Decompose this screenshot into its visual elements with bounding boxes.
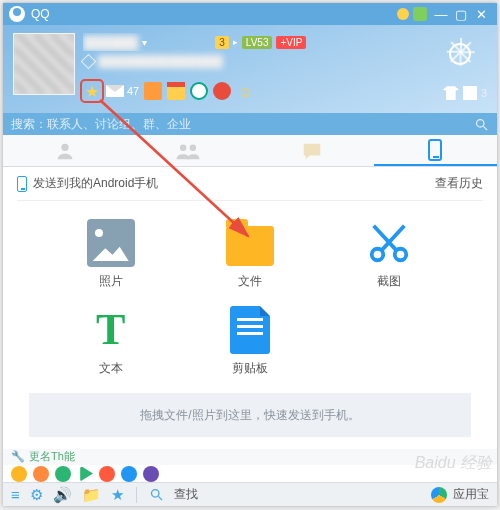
maximize-button[interactable]: ▢: [451, 4, 471, 24]
send-item-clipboard[interactable]: 剪贴板: [180, 306, 319, 377]
menu-icon[interactable]: ≡: [11, 486, 20, 503]
game-face-icon[interactable]: [213, 82, 231, 100]
content-area: 发送到我的Android手机 查看历史 照片 文件 截图 T 文本: [3, 167, 497, 449]
phone-icon: [17, 176, 27, 192]
tab-sessions[interactable]: [250, 135, 374, 166]
svg-line-1: [483, 126, 487, 130]
badge-number: 3: [215, 36, 229, 49]
title-bar: QQ — ▢ ✕: [3, 3, 497, 25]
tab-device[interactable]: [374, 135, 498, 166]
qq-logo-icon: [9, 6, 25, 22]
drop-zone[interactable]: 拖拽文件/照片到这里，快速发送到手机。: [29, 393, 471, 437]
history-link[interactable]: 查看历史: [435, 175, 483, 192]
tshirt-count: 3: [481, 87, 487, 99]
tshirt-icon[interactable]: [443, 86, 459, 100]
bottom-bar: ≡ ⚙ 🔊 📁 ★ 查找 应用宝: [3, 482, 497, 506]
search-bar[interactable]: 搜索：联系人、讨论组、群、企业: [3, 113, 497, 135]
skin-icon[interactable]: [413, 7, 427, 21]
tray-icon-6[interactable]: [121, 466, 137, 482]
find-label[interactable]: 查找: [174, 486, 198, 503]
photo-icon: [87, 219, 135, 267]
mail-icon[interactable]: [106, 82, 124, 100]
send-item-screenshot[interactable]: 截图: [320, 219, 459, 290]
folder-icon: [226, 226, 274, 266]
clipboard-icon: [230, 306, 270, 354]
scissors-icon: [365, 219, 413, 267]
svg-point-3: [180, 144, 187, 151]
tab-groups[interactable]: [127, 135, 251, 166]
svg-point-2: [61, 143, 68, 150]
gear-icon[interactable]: ⚙: [30, 486, 43, 504]
svg-point-9: [151, 490, 159, 498]
appstore-icon[interactable]: [431, 487, 447, 503]
device-label: 发送到我的Android手机: [33, 175, 158, 192]
star-small-icon[interactable]: ★: [111, 486, 124, 504]
chevron-down-icon[interactable]: ▾: [142, 37, 147, 48]
browser-icon[interactable]: [190, 82, 208, 100]
weather-sun-icon[interactable]: [441, 35, 479, 73]
minimize-button[interactable]: —: [431, 4, 451, 24]
svg-point-0: [477, 119, 485, 127]
tray-icon-1[interactable]: [11, 466, 27, 482]
vip-badge: +VIP: [276, 36, 306, 49]
mail-count: 47: [127, 85, 139, 97]
app-title: QQ: [31, 7, 50, 21]
tray-play-icon[interactable]: [77, 466, 93, 482]
send-item-photo[interactable]: 照片: [41, 219, 180, 290]
tray-icon-3[interactable]: [55, 466, 71, 482]
nickname[interactable]: ██████: [83, 35, 138, 50]
profile-header: ██████ ▾ 3 ▸ LV53 +VIP ████████████████ …: [3, 25, 497, 113]
member-icon[interactable]: ☺: [236, 82, 254, 100]
main-tabs: [3, 135, 497, 167]
profile-toolbar: ★ 47 ☺: [83, 82, 254, 100]
find-icon[interactable]: [149, 487, 164, 502]
send-item-text[interactable]: T 文本: [41, 306, 180, 377]
tray-icon-7[interactable]: [143, 466, 159, 482]
text-t-icon: T: [87, 306, 135, 354]
search-icon[interactable]: [474, 117, 489, 132]
svg-point-4: [190, 144, 197, 151]
level-badge: LV53: [242, 36, 273, 49]
medal-icon[interactable]: [397, 8, 409, 20]
avatar[interactable]: [13, 33, 75, 95]
folder-small-icon[interactable]: 📁: [82, 486, 101, 504]
calendar-icon[interactable]: [167, 82, 185, 100]
tray-icon-5[interactable]: [99, 466, 115, 482]
app-box-icon[interactable]: [463, 86, 477, 100]
wrench-icon: 🔧: [11, 450, 25, 463]
sound-icon[interactable]: 🔊: [53, 486, 72, 504]
search-text: 搜索：联系人、讨论组、群、企业: [11, 116, 191, 133]
tray-icon-2[interactable]: [33, 466, 49, 482]
tab-contacts[interactable]: [3, 135, 127, 166]
signature[interactable]: ████████████████: [98, 55, 223, 67]
appstore-label[interactable]: 应用宝: [453, 486, 489, 503]
svg-line-10: [158, 496, 162, 500]
qzone-star-icon[interactable]: ★: [83, 82, 101, 100]
send-item-file[interactable]: 文件: [180, 219, 319, 290]
shopping-icon[interactable]: [144, 82, 162, 100]
close-button[interactable]: ✕: [471, 4, 491, 24]
watermark: Baidu 经验: [415, 453, 492, 474]
edit-signature-icon[interactable]: [81, 53, 97, 69]
chevron-right-icon: ▸: [233, 37, 238, 47]
